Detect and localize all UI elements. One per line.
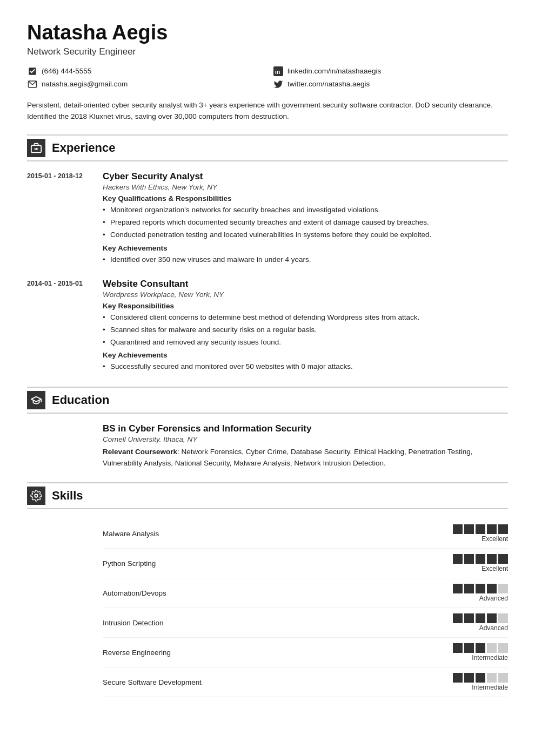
edu-degree: BS in Cyber Forensics and Information Se… <box>103 423 508 434</box>
list-item: Prepared reports which documented securi… <box>103 217 508 228</box>
skill-rating: Excellent <box>453 554 508 572</box>
skill-bar <box>453 643 463 653</box>
skill-bar <box>487 584 497 593</box>
experience-icon <box>27 139 45 157</box>
skills-section-title: Skills <box>52 489 83 503</box>
skill-bar <box>487 524 497 534</box>
contact-phone: (646) 444-5555 <box>27 66 262 77</box>
skill-row: Python ScriptingExcellent <box>103 549 508 578</box>
list-item: Successfully secured and monitored over … <box>103 361 508 373</box>
phone-number: (646) 444-5555 <box>42 67 91 75</box>
candidate-title: Network Security Engineer <box>27 46 508 57</box>
skill-row: Reverse EngineeringIntermediate <box>103 638 508 667</box>
job-dates-2: 2014-01 - 2015-01 <box>27 279 92 374</box>
edu-school: Cornell University. Ithaca, NY <box>103 435 508 443</box>
skill-bar <box>498 584 508 593</box>
linkedin-icon: in <box>273 66 284 77</box>
skills-icon <box>27 487 45 505</box>
education-icon <box>27 391 45 409</box>
skill-bar <box>453 584 463 593</box>
list-item: Considered client concerns to determine … <box>103 312 508 323</box>
education-body: BS in Cyber Forensics and Information Se… <box>27 423 508 469</box>
skill-level: Advanced <box>479 595 508 602</box>
skill-bar <box>498 613 508 623</box>
skill-level: Excellent <box>482 565 508 572</box>
job-dates-1: 2015-01 - 2018-12 <box>27 171 92 267</box>
skill-name: Malware Analysis <box>103 530 159 538</box>
skill-bars <box>453 673 508 683</box>
contact-twitter: twitter.com/natasha.aegis <box>273 79 508 90</box>
job-company-2: Wordpress Workplace, New York, NY <box>103 291 508 299</box>
skill-bar <box>476 643 485 653</box>
skill-bar <box>498 554 508 564</box>
experience-body: 2015-01 - 2018-12 Cyber Security Analyst… <box>27 171 508 374</box>
skill-bar <box>487 643 497 653</box>
skill-bar <box>498 524 508 534</box>
skill-bars <box>453 554 508 564</box>
skill-name: Intrusion Detection <box>103 619 164 627</box>
skill-rating: Intermediate <box>453 673 508 691</box>
svg-text:in: in <box>275 68 280 75</box>
list-item: Scanned sites for malware and security r… <box>103 325 508 336</box>
edu-coursework: Relevant Coursework: Network Forensics, … <box>103 447 508 469</box>
candidate-name: Natasha Aegis <box>27 22 508 44</box>
job-title-1: Cyber Security Analyst <box>103 171 508 182</box>
skill-rating: Excellent <box>453 524 508 543</box>
summary-text: Persistent, detail-oriented cyber securi… <box>27 99 508 123</box>
skill-rating: Intermediate <box>453 643 508 662</box>
skill-bar <box>498 643 508 653</box>
skill-level: Excellent <box>482 535 508 543</box>
job-qual-heading-1: Key Qualifications & Responsibilities <box>103 194 508 202</box>
skill-level: Intermediate <box>472 654 508 662</box>
contact-grid: (646) 444-5555 in linkedin.com/in/natash… <box>27 66 508 90</box>
contact-email: natasha.aegis@gmail.com <box>27 79 262 90</box>
skills-section-header: Skills <box>27 482 508 509</box>
skill-bars <box>453 643 508 653</box>
experience-section-header: Experience <box>27 134 508 161</box>
list-item: Identified over 350 new viruses and malw… <box>103 254 508 266</box>
skill-level: Intermediate <box>472 684 508 691</box>
job-row-1: 2015-01 - 2018-12 Cyber Security Analyst… <box>27 171 508 267</box>
skill-name: Reverse Engineering <box>103 649 171 657</box>
education-section-header: Education <box>27 387 508 414</box>
skill-name: Python Scripting <box>103 559 156 568</box>
skill-bars <box>453 613 508 623</box>
job-achieve-heading-1: Key Achievements <box>103 244 508 252</box>
skill-row: Malware AnalysisExcellent <box>103 519 508 549</box>
skill-bar <box>476 673 485 683</box>
job-achieve-list-1: Identified over 350 new viruses and malw… <box>103 254 508 266</box>
skill-bar <box>487 554 497 564</box>
list-item: Monitored organization's networks for se… <box>103 205 508 216</box>
skill-bar <box>464 613 474 623</box>
skill-row: Automation/DevopsAdvanced <box>103 578 508 608</box>
job-company-1: Hackers With Ethics, New York, NY <box>103 183 508 191</box>
skills-body: Malware AnalysisExcellentPython Scriptin… <box>27 519 508 697</box>
email-address: natasha.aegis@gmail.com <box>42 80 128 88</box>
linkedin-url: linkedin.com/in/natashaaegis <box>287 67 381 75</box>
skill-bar <box>464 584 474 593</box>
skill-bar <box>453 524 463 534</box>
skill-bar <box>476 613 485 623</box>
job-content-1: Cyber Security Analyst Hackers With Ethi… <box>103 171 508 267</box>
coursework-label: Relevant Coursework <box>103 448 177 456</box>
svg-point-7 <box>35 494 38 497</box>
edu-content: BS in Cyber Forensics and Information Se… <box>27 423 508 469</box>
experience-section-title: Experience <box>52 141 115 155</box>
skill-rating: Advanced <box>453 584 508 602</box>
skill-rating: Advanced <box>453 613 508 632</box>
list-item: Quarantined and removed any security iss… <box>103 337 508 348</box>
skill-bar <box>464 524 474 534</box>
email-icon <box>27 79 38 90</box>
skill-bar <box>487 613 497 623</box>
skill-bar <box>464 673 474 683</box>
skill-bar <box>476 524 485 534</box>
phone-icon <box>27 66 38 77</box>
contact-linkedin: in linkedin.com/in/natashaaegis <box>273 66 508 77</box>
job-achieve-list-2: Successfully secured and monitored over … <box>103 361 508 373</box>
skills-table: Malware AnalysisExcellentPython Scriptin… <box>27 519 508 697</box>
education-section-title: Education <box>52 393 109 407</box>
twitter-url: twitter.com/natasha.aegis <box>287 80 370 88</box>
job-qual-list-2: Considered client concerns to determine … <box>103 312 508 348</box>
job-achieve-heading-2: Key Achievements <box>103 351 508 359</box>
skill-bars <box>453 584 508 593</box>
